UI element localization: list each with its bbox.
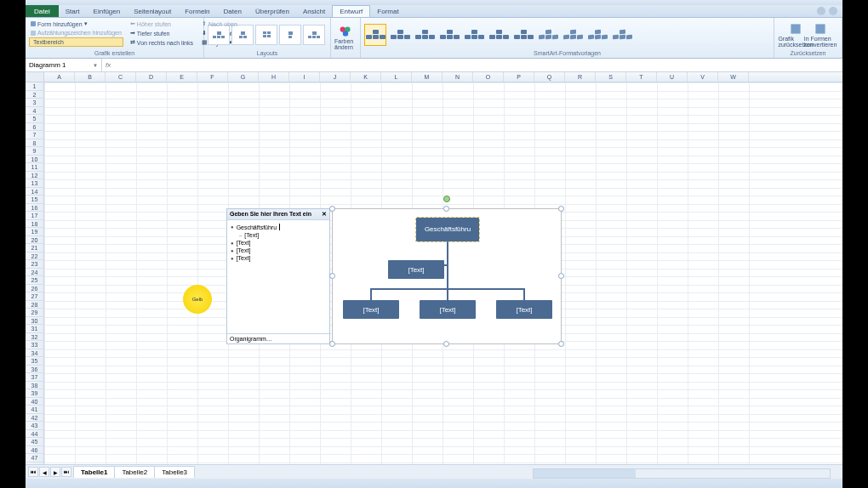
row-header[interactable]: 38 bbox=[26, 382, 43, 390]
row-header[interactable]: 39 bbox=[26, 389, 43, 398]
close-icon[interactable]: ✕ bbox=[322, 211, 327, 218]
layout-thumb[interactable] bbox=[255, 25, 277, 45]
column-header[interactable]: B bbox=[75, 72, 106, 82]
add-shape-button[interactable]: Form hinzufügen ▾ bbox=[29, 20, 123, 28]
style-thumb[interactable] bbox=[537, 24, 559, 46]
resize-handle[interactable] bbox=[329, 341, 335, 347]
column-header[interactable]: L bbox=[381, 72, 412, 82]
row-headers[interactable]: 1234567891011121314151617181920212223242… bbox=[26, 82, 44, 470]
org-node-root[interactable]: Geschäftsführu bbox=[416, 218, 479, 241]
row-header[interactable]: 31 bbox=[26, 325, 43, 333]
resize-handle[interactable] bbox=[329, 273, 335, 279]
column-header[interactable]: Q bbox=[534, 72, 565, 82]
column-header[interactable]: O bbox=[473, 72, 504, 82]
row-header[interactable]: 26 bbox=[26, 285, 43, 293]
add-bullet-button[interactable]: Aufzählungszeichen hinzufügen bbox=[29, 29, 123, 37]
org-node[interactable]: [Text] bbox=[388, 260, 444, 279]
row-header[interactable]: 44 bbox=[26, 430, 43, 439]
ribbon-tab-ueberpruefen[interactable]: Überprüfen bbox=[248, 6, 296, 17]
row-header[interactable]: 25 bbox=[26, 276, 43, 285]
chevron-down-icon[interactable]: ▼ bbox=[93, 63, 98, 68]
style-thumb[interactable] bbox=[512, 24, 534, 46]
text-pane-item[interactable]: [Text] bbox=[231, 231, 326, 239]
rotate-handle[interactable] bbox=[443, 196, 450, 202]
row-header[interactable]: 2 bbox=[26, 91, 43, 99]
ribbon-tab-format[interactable]: Format bbox=[370, 6, 405, 17]
column-header[interactable]: U bbox=[657, 72, 688, 82]
row-header[interactable]: 15 bbox=[26, 196, 43, 204]
org-node[interactable]: [Text] bbox=[496, 300, 552, 319]
row-header[interactable]: 30 bbox=[26, 317, 43, 326]
column-header[interactable]: W bbox=[718, 72, 749, 82]
text-pane-body[interactable]: ●Geschäftsführu [Text] ●[Text] ●[Text] ●… bbox=[227, 220, 329, 264]
change-colors-button[interactable]: Farben ändern bbox=[334, 25, 357, 50]
minimize-ribbon-icon[interactable] bbox=[829, 7, 837, 15]
sheet-nav-last[interactable]: ⏭ bbox=[61, 467, 71, 477]
sheet-tab[interactable]: Tabelle1 bbox=[73, 466, 115, 478]
row-header[interactable]: 7 bbox=[26, 131, 43, 139]
row-header[interactable]: 41 bbox=[26, 406, 43, 414]
help-icon[interactable] bbox=[817, 7, 825, 15]
column-header[interactable]: J bbox=[320, 72, 351, 82]
column-header[interactable]: P bbox=[504, 72, 534, 82]
column-header[interactable]: N bbox=[443, 72, 473, 82]
layout-thumb[interactable] bbox=[303, 25, 325, 45]
row-header[interactable]: 21 bbox=[26, 244, 43, 253]
row-header[interactable]: 23 bbox=[26, 260, 43, 269]
ribbon-tab-daten[interactable]: Daten bbox=[217, 6, 248, 17]
row-header[interactable]: 45 bbox=[26, 438, 43, 446]
org-node[interactable]: [Text] bbox=[343, 300, 399, 319]
row-header[interactable]: 27 bbox=[26, 292, 43, 301]
row-header[interactable]: 32 bbox=[26, 333, 43, 342]
column-header[interactable]: M bbox=[412, 72, 443, 82]
row-header[interactable]: 20 bbox=[26, 236, 43, 245]
demote-button[interactable]: ➡ Tiefer stufen bbox=[128, 29, 195, 37]
row-header[interactable]: 29 bbox=[26, 309, 43, 317]
resize-handle[interactable] bbox=[558, 341, 564, 347]
styles-gallery[interactable] bbox=[364, 24, 633, 46]
promote-button[interactable]: ⬅ Höher stufen bbox=[128, 20, 195, 28]
row-header[interactable]: 8 bbox=[26, 139, 43, 148]
row-header[interactable]: 17 bbox=[26, 212, 43, 220]
ribbon-tab-formeln[interactable]: Formeln bbox=[178, 6, 216, 17]
rtl-button[interactable]: ⇄ Von rechts nach links bbox=[128, 38, 195, 47]
style-thumb[interactable] bbox=[389, 24, 411, 46]
row-header[interactable]: 24 bbox=[26, 269, 43, 277]
style-thumb[interactable] bbox=[438, 24, 460, 46]
horizontal-scrollbar[interactable] bbox=[533, 468, 831, 479]
row-header[interactable]: 1 bbox=[26, 82, 43, 91]
name-box[interactable]: Diagramm 1 ▼ bbox=[26, 59, 102, 71]
resize-handle[interactable] bbox=[329, 206, 335, 212]
column-header[interactable]: H bbox=[259, 72, 289, 82]
row-header[interactable]: 5 bbox=[26, 115, 43, 123]
style-thumb[interactable] bbox=[364, 24, 386, 46]
row-header[interactable]: 36 bbox=[26, 366, 43, 374]
smartart-canvas[interactable]: Geschäftsführu [Text] [Text] [Text] [Tex… bbox=[332, 208, 562, 344]
text-pane-item[interactable]: ●Geschäftsführu bbox=[231, 223, 326, 231]
row-header[interactable]: 35 bbox=[26, 357, 43, 366]
select-all-corner[interactable] bbox=[26, 72, 44, 82]
row-header[interactable]: 19 bbox=[26, 228, 43, 236]
column-header[interactable]: S bbox=[596, 72, 626, 82]
ribbon-tab-start[interactable]: Start bbox=[59, 6, 87, 17]
text-pane-item[interactable]: ●[Text] bbox=[231, 247, 326, 254]
row-header[interactable]: 42 bbox=[26, 414, 43, 423]
row-header[interactable]: 3 bbox=[26, 99, 43, 107]
column-header[interactable]: V bbox=[688, 72, 718, 82]
sheet-tab[interactable]: Tabelle2 bbox=[114, 466, 155, 478]
style-thumb[interactable] bbox=[414, 24, 436, 46]
row-header[interactable]: 43 bbox=[26, 422, 43, 430]
row-header[interactable]: 6 bbox=[26, 123, 43, 132]
row-header[interactable]: 4 bbox=[26, 107, 43, 116]
scrollbar-thumb[interactable] bbox=[534, 469, 636, 478]
column-headers[interactable]: ABCDEFGHIJKLMNOPQRSTUVW bbox=[44, 72, 842, 82]
resize-handle[interactable] bbox=[558, 206, 564, 212]
row-header[interactable]: 13 bbox=[26, 179, 43, 188]
column-header[interactable]: F bbox=[197, 72, 228, 82]
style-thumb[interactable] bbox=[562, 24, 584, 46]
column-header[interactable]: C bbox=[106, 72, 136, 82]
row-header[interactable]: 37 bbox=[26, 373, 43, 382]
resize-handle[interactable] bbox=[443, 341, 449, 347]
row-header[interactable]: 22 bbox=[26, 253, 43, 261]
file-tab[interactable]: Datei bbox=[26, 5, 59, 17]
